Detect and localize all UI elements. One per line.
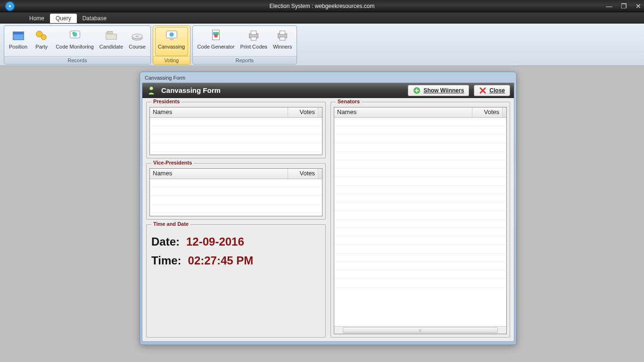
menubar: Home Query Database	[0, 12, 644, 24]
ribbon-item-code-monitoring[interactable]: Code Monitoring	[53, 27, 97, 56]
ribbon-item-print-codes[interactable]: Print Codes	[237, 27, 270, 56]
svg-point-26	[149, 86, 153, 90]
ribbon-group-reports: Code Generator Print Codes Winners Repor…	[192, 25, 297, 65]
tab-query[interactable]: Query	[50, 14, 77, 23]
minimize-button[interactable]: —	[606, 2, 612, 10]
close-icon	[479, 87, 487, 94]
time-date-panel: Time and Date Date: 12-09-2016 Time: 02:…	[146, 224, 326, 337]
folder-icon	[104, 28, 119, 43]
svg-rect-22	[251, 37, 256, 41]
ribbon-item-canvassing[interactable]: Canvassing	[155, 27, 188, 56]
titlebar: Election System : webgeekresources.com —…	[0, 0, 644, 12]
ribbon-item-candidate[interactable]: Candidate	[97, 27, 126, 56]
ribbon-item-party[interactable]: Party	[30, 27, 53, 56]
senators-panel: Senators Names Votes ≡	[330, 102, 510, 337]
svg-rect-15	[170, 39, 173, 41]
printer-icon	[246, 28, 261, 43]
legend: Time and Date	[151, 221, 190, 227]
time-value: 02:27:45 PM	[188, 254, 254, 267]
doc-icon	[208, 28, 223, 43]
monitor-icon	[67, 28, 83, 43]
window-title: Election System : webgeekresources.com	[270, 3, 375, 9]
vice-presidents-list[interactable]: Names Votes	[149, 168, 322, 216]
maximize-button[interactable]: ❐	[621, 2, 627, 10]
legend: Senators	[336, 99, 362, 104]
col-names[interactable]: Names	[334, 107, 472, 117]
box-icon	[11, 28, 26, 43]
col-names[interactable]: Names	[150, 107, 288, 117]
legend: Presidents	[151, 99, 182, 104]
screen-icon	[164, 28, 179, 43]
gears-icon	[34, 28, 49, 43]
close-button[interactable]: ✕	[636, 2, 641, 10]
svg-rect-25	[280, 37, 285, 41]
col-names[interactable]: Names	[150, 169, 288, 179]
svg-point-5	[41, 34, 46, 40]
svg-point-14	[169, 32, 173, 36]
app-orb-icon[interactable]	[0, 0, 20, 12]
show-winners-button[interactable]: Show Wiinners	[408, 85, 469, 96]
svg-rect-3	[13, 32, 24, 35]
senators-list[interactable]: Names Votes ≡	[334, 107, 507, 334]
time-label: Time:	[151, 254, 182, 267]
printer-icon	[275, 28, 290, 43]
canvassing-window: Canvassing Form Canvassing Form Show Wii…	[140, 72, 517, 345]
vice-presidents-panel: Vice-Presidents Names Votes	[146, 163, 326, 220]
svg-rect-21	[251, 31, 256, 35]
plus-circle-icon	[413, 87, 421, 94]
ribbon: Position Party Code Monitoring Candidate…	[0, 24, 644, 66]
svg-point-19	[214, 34, 218, 38]
svg-point-12	[135, 35, 139, 37]
horizontal-scrollbar[interactable]: ≡	[334, 326, 506, 334]
col-votes[interactable]: Votes	[472, 107, 503, 117]
close-form-button[interactable]: Close	[474, 85, 510, 96]
ribbon-item-code-generator[interactable]: Code Generator	[195, 27, 238, 56]
ribbon-item-position[interactable]: Position	[6, 27, 30, 56]
ribbon-group-label: Reports	[193, 56, 297, 64]
ribbon-item-winners[interactable]: Winners	[270, 27, 295, 56]
svg-rect-9	[107, 32, 113, 34]
presidents-panel: Presidents Names Votes	[146, 102, 326, 158]
ribbon-group-label: Voting	[153, 56, 190, 64]
form-title: Canvassing Form	[161, 86, 403, 94]
disk-icon	[130, 28, 145, 43]
ribbon-group-voting: Canvassing Voting	[153, 25, 190, 65]
ribbon-group-label: Records	[4, 56, 150, 64]
ribbon-item-course[interactable]: Course	[126, 27, 149, 56]
svg-rect-24	[280, 31, 285, 35]
presidents-list[interactable]: Names Votes	[149, 107, 322, 155]
tab-home[interactable]: Home	[24, 14, 50, 23]
col-votes[interactable]: Votes	[288, 107, 318, 117]
window-caption: Canvassing Form	[142, 74, 514, 82]
svg-point-8	[72, 32, 75, 35]
person-icon	[146, 85, 157, 96]
legend: Vice-Presidents	[151, 160, 194, 165]
form-header: Canvassing Form Show Wiinners Close	[142, 83, 514, 98]
col-votes[interactable]: Votes	[288, 169, 318, 179]
tab-database[interactable]: Database	[77, 14, 112, 23]
date-value: 12-09-2016	[186, 235, 244, 248]
ribbon-group-records: Position Party Code Monitoring Candidate…	[4, 25, 151, 65]
date-label: Date:	[151, 235, 180, 248]
svg-point-1	[9, 5, 11, 7]
